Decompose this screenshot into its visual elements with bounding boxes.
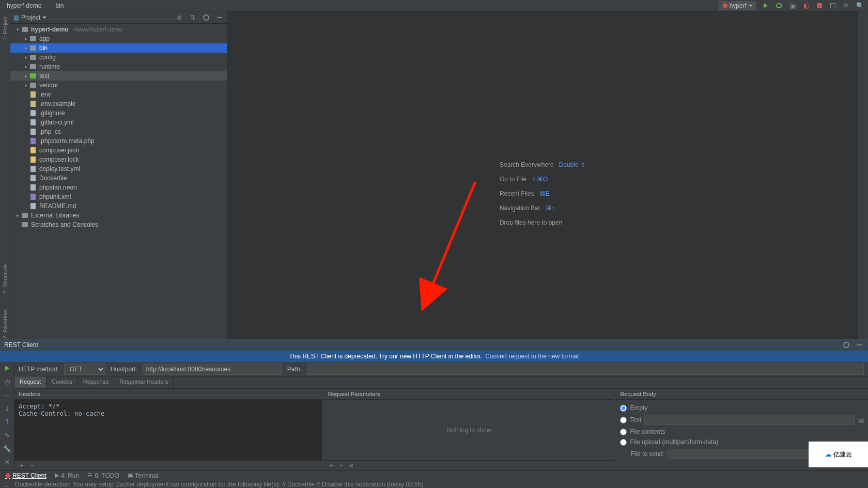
history-icon[interactable]: ◷: [3, 377, 11, 386]
tree-row[interactable]: ▸ test: [10, 71, 227, 81]
tree-row[interactable]: .env.example: [10, 99, 227, 108]
coverage-icon[interactable]: ▣: [788, 2, 797, 10]
run-request-icon[interactable]: [3, 364, 11, 372]
chevron-down-icon: [749, 5, 753, 7]
tree-arrow-icon[interactable]: ▸: [23, 55, 29, 60]
hint-goto: Go to File: [500, 176, 526, 183]
add-icon[interactable]: ＋: [328, 461, 334, 470]
convert-link[interactable]: Convert request to the new format: [485, 353, 579, 360]
tree-row[interactable]: ▾ hyperf-demo~/www/hyperf-demo: [10, 25, 227, 34]
project-tree[interactable]: ▾ hyperf-demo~/www/hyperf-demo▸ app▸ bin…: [10, 24, 227, 339]
deprecation-banner: This REST Client is deprecated. Try our …: [0, 351, 868, 362]
headers-body[interactable]: Accept: */* Cache-Control: no-cache: [14, 400, 322, 460]
project-tool-button[interactable]: 1: Project: [2, 17, 8, 40]
body-file-radio[interactable]: [620, 429, 627, 435]
run-config-selector[interactable]: ⬢ hyperf: [719, 1, 756, 10]
tree-arrow-icon[interactable]: ▸: [23, 83, 29, 88]
tab-todo[interactable]: ☰ 6: TODO: [87, 472, 119, 479]
tree-row[interactable]: .env: [10, 90, 227, 99]
body-upload-radio[interactable]: [620, 439, 627, 446]
gear-icon[interactable]: [842, 341, 850, 349]
tree-row[interactable]: deploy.test.yml: [10, 164, 227, 174]
tree-row[interactable]: .php_cs: [10, 127, 227, 136]
tree-row[interactable]: phpunit.xml: [10, 192, 227, 201]
tree-row[interactable]: ▸ app: [10, 34, 227, 43]
tree-row[interactable]: .phpstorm.meta.php: [10, 136, 227, 146]
profiler-icon[interactable]: ◧: [802, 2, 810, 10]
close-icon[interactable]: ✕: [3, 458, 11, 466]
settings-icon[interactable]: 🔧: [3, 445, 11, 453]
back-icon[interactable]: ←: [3, 391, 11, 399]
body-text-input[interactable]: [644, 415, 855, 425]
tree-row[interactable]: README.md: [10, 201, 227, 211]
structure-tool-button[interactable]: 7: Structure: [2, 264, 8, 294]
update-icon[interactable]: ⟳: [842, 2, 850, 10]
tree-row[interactable]: Scratches and Consoles: [10, 220, 227, 229]
rest-tab-response-headers[interactable]: Response Headers: [114, 376, 174, 388]
window-icon[interactable]: [829, 2, 837, 10]
tree-arrow-icon[interactable]: ▾: [14, 27, 21, 32]
tree-row[interactable]: ▸ bin: [10, 43, 227, 53]
import-icon[interactable]: ⤒: [3, 418, 11, 426]
path-input[interactable]: [307, 364, 864, 375]
hide-icon[interactable]: [856, 341, 864, 349]
breadcrumb-root[interactable]: hyperf-demo: [7, 2, 41, 9]
editor-area[interactable]: Search EverywhereDouble ⇧ Go to File⇧⌘O …: [227, 11, 858, 339]
tab-run[interactable]: ▶ 4: Run: [55, 472, 79, 479]
tab-terminal[interactable]: ▣ Terminal: [128, 472, 158, 479]
tree-arrow-icon[interactable]: ▸: [23, 36, 29, 41]
tree-row[interactable]: ▸ runtime: [10, 62, 227, 71]
gear-icon[interactable]: [202, 13, 210, 22]
tree-row[interactable]: composer.lock: [10, 155, 227, 164]
status-icon[interactable]: ☐: [4, 481, 10, 488]
expand-icon[interactable]: ▤: [858, 416, 864, 423]
expand-icon[interactable]: ⇅: [189, 13, 197, 22]
generate-icon[interactable]: ✎: [3, 431, 11, 439]
body-file-label: File contents: [630, 428, 665, 435]
debug-icon[interactable]: [775, 2, 783, 10]
rest-tab-request[interactable]: Request: [14, 376, 47, 388]
tree-row[interactable]: ▸ vendor: [10, 81, 227, 90]
locate-icon[interactable]: ⊕: [175, 13, 183, 22]
breadcrumb-item[interactable]: bin: [55, 2, 64, 9]
host-input[interactable]: [143, 364, 282, 375]
tree-row[interactable]: composer.json: [10, 146, 227, 155]
body-text-radio[interactable]: [620, 417, 627, 423]
body-empty-radio[interactable]: [620, 405, 627, 412]
remove-icon[interactable]: －: [338, 461, 345, 470]
favorites-tool-button[interactable]: 2: Favorites: [2, 309, 8, 339]
run-icon[interactable]: [762, 2, 770, 10]
http-method-select[interactable]: GET: [64, 364, 105, 375]
tab-rest-client[interactable]: ⬢REST Client: [5, 472, 47, 479]
tree-arrow-icon[interactable]: ▸: [14, 213, 21, 218]
remove-icon[interactable]: －: [29, 461, 35, 470]
bottom-tool-tabs: ⬢REST Client ▶ 4: Run ☰ 6: TODO ▣ Termin…: [0, 470, 868, 480]
hide-icon[interactable]: [215, 13, 224, 22]
tree-arrow-icon[interactable]: ▸: [23, 64, 29, 69]
tree-arrow-icon[interactable]: ▸: [23, 45, 29, 51]
tree-arrow-icon[interactable]: ▸: [23, 73, 29, 78]
hint-search: Search Everywhere: [500, 161, 554, 168]
project-view-selector[interactable]: ▦ Project: [13, 14, 47, 21]
file-icon: [29, 109, 37, 117]
file-icon: [29, 128, 37, 135]
rest-tab-cookies[interactable]: Cookies: [47, 376, 78, 388]
tree-row[interactable]: Dockerfile: [10, 174, 227, 183]
search-icon[interactable]: 🔍: [856, 2, 864, 10]
close-icon[interactable]: ✕: [349, 462, 354, 469]
body-title: Request Body: [616, 389, 868, 400]
folder-icon: [29, 35, 37, 42]
tree-row[interactable]: .gitlab-ci.yml: [10, 118, 227, 127]
tree-row[interactable]: ▸ External Libraries: [10, 211, 227, 220]
stop-icon[interactable]: [815, 2, 824, 10]
rest-client-panel: REST Client This REST Client is deprecat…: [0, 339, 868, 470]
breadcrumb[interactable]: hyperf-demo 〉 bin: [4, 1, 64, 10]
file-icon: [29, 100, 37, 107]
export-icon[interactable]: ⤓: [3, 404, 11, 413]
tree-row[interactable]: ▸ config: [10, 53, 227, 62]
folder-icon: [29, 54, 37, 61]
rest-tab-response[interactable]: Response: [78, 376, 115, 388]
add-icon[interactable]: ＋: [19, 461, 25, 470]
tree-row[interactable]: phpstan.neon: [10, 183, 227, 192]
tree-row[interactable]: .gitignore: [10, 108, 227, 118]
